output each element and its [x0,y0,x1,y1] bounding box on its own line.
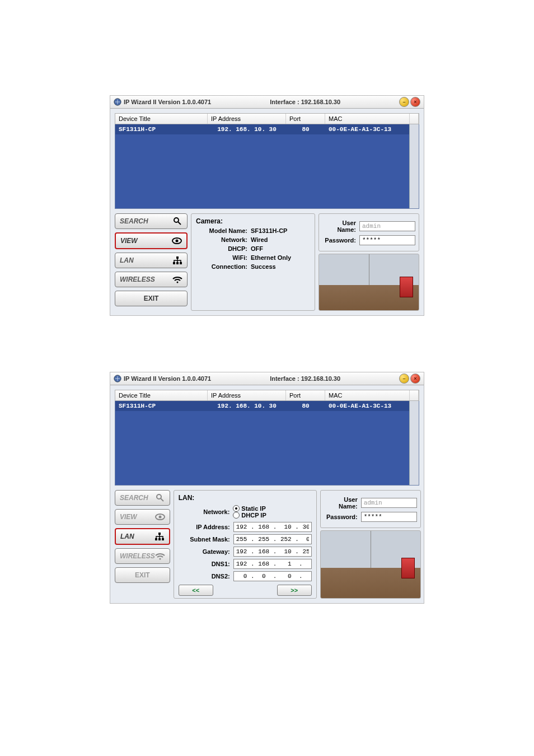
titlebar[interactable]: IP Wizard II Version 1.0.0.4071 Interfac… [110,372,424,385]
svg-point-4 [176,240,179,242]
search-button[interactable]: SEARCH [115,490,170,506]
label-connection: Connection: [196,263,251,270]
label-ip: IP Address: [179,524,233,530]
svg-point-1 [174,218,179,222]
magnifier-icon [172,216,182,226]
col-scroll [410,114,419,124]
col-mac[interactable]: MAC [325,390,410,400]
exit-button[interactable]: EXIT [115,291,188,306]
ip-address-field[interactable] [233,522,312,532]
credentials-panel: User Name: Password: [318,213,419,251]
minimize-icon[interactable]: – [399,374,409,384]
close-icon[interactable]: × [410,97,420,107]
table-row[interactable]: SF1311H-CP 192. 168. 10. 30 80 00-0E-AE-… [115,124,419,134]
magnifier-icon [155,493,165,503]
network-icon [172,255,182,265]
radio-dhcp-ip[interactable]: DHCP IP [233,512,266,519]
app-icon [114,375,121,382]
scrollbar[interactable] [409,401,419,485]
nav-label: LAN [120,256,134,264]
lan-button[interactable]: LAN [115,528,170,545]
svg-rect-18 [162,538,164,540]
label-gw: Gateway: [179,548,233,555]
col-ip-address[interactable]: IP Address [208,114,286,124]
label-wifi: WiFi: [196,254,251,261]
label-dhcp: DHCP: [196,245,251,252]
username-field[interactable] [361,498,417,508]
prev-button[interactable]: << [179,585,213,596]
minimize-icon[interactable]: – [399,97,409,107]
close-icon[interactable]: × [410,374,420,384]
view-button[interactable]: VIEW [115,509,170,525]
col-ip-address[interactable]: IP Address [208,390,286,400]
nav-label: EXIT [135,571,150,579]
cell-mac: 00-0E-AE-A1-3C-13 [325,124,419,134]
col-device-title[interactable]: Device Title [115,114,208,124]
wireless-button[interactable]: WIRELESS [115,272,188,287]
eye-icon [155,512,165,522]
grid-header: Device Title IP Address Port MAC [115,113,419,124]
label-network: Network: [179,508,233,515]
cell-title: SF1311H-CP [115,401,208,411]
radio-label: Static IP [241,505,265,512]
interface-text: Interface : 192.168.10.30 [270,375,340,382]
titlebar[interactable]: IP Wizard II Version 1.0.0.4071 Interfac… [110,96,424,109]
wifi-icon [155,551,165,561]
label-dns1: DNS1: [179,561,233,567]
network-icon [154,531,165,542]
lan-button[interactable]: LAN [115,253,188,268]
value-connection: Success [251,263,276,270]
username-field[interactable] [359,221,415,231]
nav-label: EXIT [144,295,159,302]
device-grid[interactable]: SF1311H-CP 192. 168. 10. 30 80 00-0E-AE-… [115,124,419,209]
interface-text: Interface : 192.168.10.30 [270,99,340,105]
value-network: Wired [251,236,268,243]
svg-line-2 [178,222,181,225]
label-username: User Name: [324,496,361,510]
svg-point-11 [157,494,161,499]
title-text: IP Wizard II Version 1.0.0.4071 [124,99,211,105]
dns1-field[interactable] [233,559,312,569]
nav-label: VIEW [120,237,138,245]
nav-panel: SEARCH VIEW LAN WIRELESS EXIT [115,213,188,311]
camera-preview [320,530,421,599]
label-model: Model Name: [196,227,251,234]
col-device-title[interactable]: Device Title [115,390,208,400]
nav-panel: SEARCH VIEW LAN WIRELESS EXIT [115,490,170,599]
title-text: IP Wizard II Version 1.0.0.4071 [124,375,211,382]
cell-ip: 192. 168. 10. 30 [208,401,286,411]
col-port[interactable]: Port [286,390,325,400]
view-button[interactable]: VIEW [115,232,188,249]
gateway-field[interactable] [233,547,312,557]
camera-panel: Camera: Model Name:SF1311H-CP Network:Wi… [191,213,315,311]
svg-rect-15 [158,533,161,535]
radio-static-ip[interactable]: Static IP [233,505,265,512]
col-mac[interactable]: MAC [325,114,410,124]
label-password: Password: [322,237,359,244]
scrollbar[interactable] [409,124,419,208]
dns2-field[interactable] [233,571,312,581]
svg-rect-5 [176,256,179,259]
subnet-mask-field[interactable] [233,534,312,544]
wifi-icon [172,274,182,284]
section-title: Camera: [196,217,310,225]
wireless-button[interactable]: WIRELESS [115,548,170,564]
value-model: SF1311H-CP [251,227,287,234]
search-button[interactable]: SEARCH [115,213,188,229]
svg-point-19 [159,558,161,560]
cell-title: SF1311H-CP [115,124,208,134]
password-field[interactable] [361,512,417,522]
nav-label: SEARCH [120,217,148,225]
table-row[interactable]: SF1311H-CP 192. 168. 10. 30 80 00-0E-AE-… [115,401,419,411]
svg-point-9 [177,282,179,283]
exit-button[interactable]: EXIT [115,567,170,583]
password-field[interactable] [359,235,415,245]
lan-panel: LAN: Network: Static IP DHCP IP IP Addre… [174,490,317,599]
section-title: LAN: [179,494,312,502]
device-grid[interactable]: SF1311H-CP 192. 168. 10. 30 80 00-0E-AE-… [115,401,419,486]
col-port[interactable]: Port [286,114,325,124]
svg-rect-16 [155,538,157,540]
label-network: Network: [196,236,251,243]
next-button[interactable]: >> [277,585,312,596]
svg-line-12 [161,498,163,501]
